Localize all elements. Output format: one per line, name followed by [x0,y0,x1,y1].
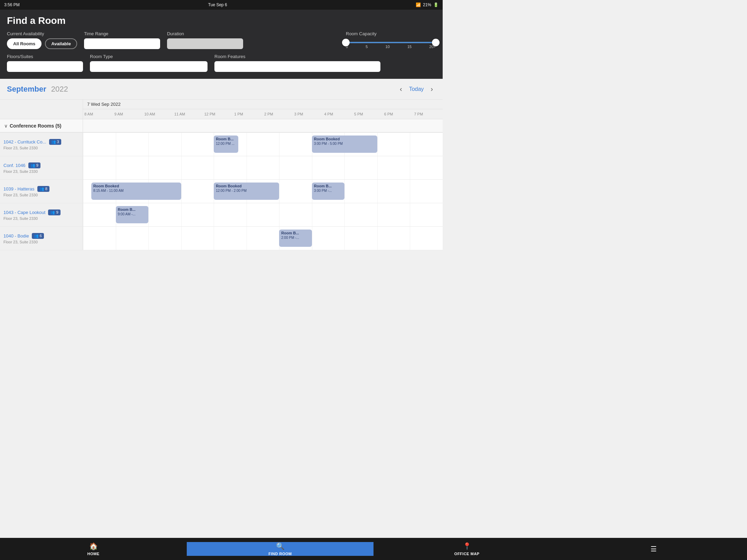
room-info: Conf. 1046👥 9Floor 23, Suite 2330 [0,156,83,179]
grid-line [344,227,345,250]
room-link[interactable]: Conf. 1046 [3,163,26,168]
room-col-header [0,100,83,119]
slider-labels: 0 5 10 15 20+ [346,45,436,49]
time-range-input[interactable] [84,38,160,49]
month-label: September 2022 [7,85,68,94]
timeline-header: 7 Wed Sep 2022 8 AM9 AM10 AM11 AM12 PM1 … [83,100,443,119]
prev-button[interactable]: ‹ [397,84,405,94]
room-capacity-filter: Room Capacity 0 5 10 15 20+ [346,31,436,49]
grid-line [214,227,214,250]
time-label: 4 PM [323,109,353,119]
grid-line [279,133,279,156]
event-time: 12:00 PM ... [216,142,236,146]
slider-fill [346,42,436,43]
grid-line [116,156,116,179]
event-block[interactable]: Room B...2:00 PM -... [279,230,312,247]
event-time: 9:00 AM -... [118,212,147,216]
room-link[interactable]: 1040 - Bodie [3,233,29,239]
grid-line [377,227,378,250]
date-label: 7 Wed Sep 2022 [83,100,443,109]
time-label: 6 PM [383,109,413,119]
room-timeline: Room B...2:00 PM -... [83,227,443,250]
status-right: 📶 21% 🔋 [416,2,439,7]
capacity-badge: 👥 8 [37,186,49,192]
time-label: 7 PM [413,109,443,119]
slider-thumb-right[interactable] [432,39,440,46]
room-link[interactable]: 1039 - Hatteras [3,186,35,192]
event-block[interactable]: Room B...3:00 PM -... [312,183,345,200]
room-type-input[interactable] [90,61,208,72]
time-label: 12 PM [203,109,233,119]
group-row-spacer [83,119,443,132]
grid-line [312,203,312,226]
grid-line [410,203,410,226]
grid-line [148,133,149,156]
today-button[interactable]: Today [409,86,424,92]
time-labels-row: 8 AM9 AM10 AM11 AM12 PM1 PM2 PM3 PM4 PM5… [83,109,443,119]
grid-line [344,180,345,203]
room-sub: Floor 23, Suite 2330 [3,193,79,197]
floors-label: Floors/Suites [7,54,83,59]
month-year: 2022 [51,85,68,93]
page-title: Find a Room [7,15,436,26]
grid-line [83,156,83,179]
grid-line [312,227,312,250]
grid-line [247,203,247,226]
event-title: Room Booked [93,184,179,188]
room-timeline: Room B...9:00 AM -... [83,203,443,226]
next-button[interactable]: › [428,84,436,94]
group-toggle[interactable]: ∨ [4,123,8,129]
all-rooms-button[interactable]: All Rooms [7,38,42,49]
slider-thumb-left[interactable] [342,39,350,46]
grid-line [181,227,182,250]
duration-input[interactable] [167,38,243,49]
grid-line [312,156,312,179]
grid-line [148,227,149,250]
time-label: 5 PM [353,109,383,119]
grid-line [279,180,279,203]
event-block[interactable]: Room Booked8:15 AM - 11:00 AM [91,183,181,200]
time-range-filter: Time Range [84,31,160,49]
room-rows-container: 1042 - Currituck Co...👥 3Floor 23, Suite… [0,133,443,250]
grid-line [377,203,378,226]
grid-line [410,133,410,156]
room-row: 1040 - Bodie👥 6Floor 23, Suite 2330Room … [0,227,443,250]
grid-line [377,156,378,179]
floors-input[interactable] [7,61,83,72]
room-row: 1043 - Cape Lookout👥 9Floor 23, Suite 23… [0,203,443,227]
room-link[interactable]: 1043 - Cape Lookout [3,210,45,215]
grid-line [247,133,247,156]
event-block[interactable]: Room B...12:00 PM ... [214,136,238,153]
group-header-row: ∨ Conference Rooms (5) [0,119,443,133]
grid-line [181,203,182,226]
availability-filter: Current Availability All Rooms Available [7,31,77,49]
grid-line [410,180,410,203]
event-block[interactable]: Room Booked3:00 PM - 5:00 PM [312,136,377,153]
duration-filter: Duration [167,31,243,49]
room-name-row: 1040 - Bodie👥 6 [3,233,79,239]
event-block[interactable]: Room Booked12:00 PM - 2:00 PM [214,183,279,200]
time-label: 10 AM [143,109,173,119]
time-label: 11 AM [173,109,203,119]
room-type-filter: Room Type [90,54,208,72]
available-button[interactable]: Available [45,38,77,49]
event-time: 12:00 PM - 2:00 PM [216,189,277,193]
grid-line [83,180,83,203]
grid-line [148,156,149,179]
calendar-area: September 2022 ‹ Today › 7 Wed Sep 2022 … [0,79,443,332]
filter-row-2: Floors/Suites Room Type Room Features [7,54,436,72]
event-time: 2:00 PM -... [281,236,310,240]
event-block[interactable]: Room B...9:00 AM -... [116,206,149,223]
capacity-label: Room Capacity [346,31,436,36]
grid-line [377,133,378,156]
duration-label: Duration [167,31,243,36]
room-name-row: 1039 - Hatteras👥 8 [3,186,79,192]
room-link[interactable]: 1042 - Currituck Co... [3,139,46,144]
battery-level: 21% [423,2,431,7]
grid-line [214,156,214,179]
room-row: 1039 - Hatteras👥 8Floor 23, Suite 2330Ro… [0,180,443,203]
grid-line [181,133,182,156]
room-features-input[interactable] [214,61,380,72]
slider-track [346,42,436,43]
grid-line [247,227,247,250]
